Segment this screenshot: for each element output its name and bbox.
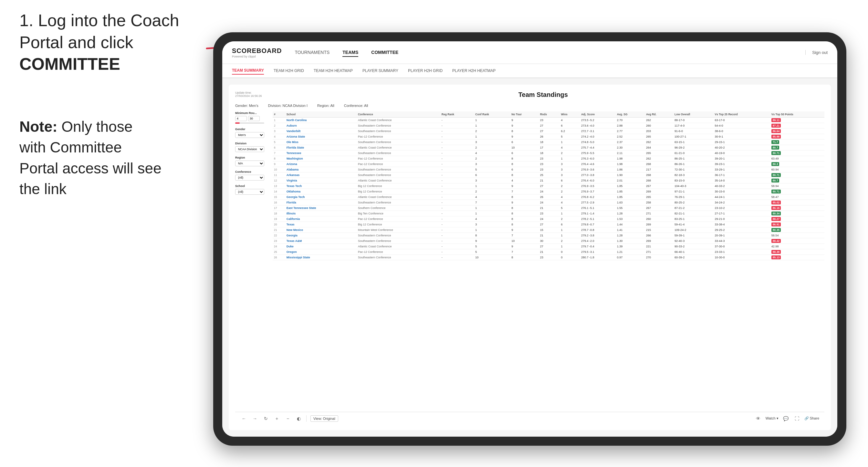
cell-no-tour: 7 [510,249,538,255]
sub-nav-team-h2h-grid[interactable]: TEAM H2H GRID [274,67,304,74]
cell-vs25: 27-17-1 [714,211,770,216]
forward-icon[interactable]: → [251,415,258,422]
cell-wins: 1 [559,156,580,161]
nav-teams[interactable]: TEAMS [342,49,358,57]
cell-school: Florida [285,200,356,206]
nav-tournaments[interactable]: TOURNAMENTS [294,49,330,57]
cell-pts: 80.7 [770,178,825,183]
update-time-label: Update time: [235,91,262,94]
sub-nav-player-h2h-grid[interactable]: PLAYER H2H GRID [408,67,442,74]
table-row: 17 East Tennessee State Southern Confere… [273,206,825,211]
cell-low: 83-25-1 [673,216,713,222]
filter-region: Region N/A [235,156,268,166]
cell-low: 72-30-1 [673,167,713,173]
watch-btn[interactable]: Watch ▾ [766,416,778,421]
cell-no-tour: 8 [510,156,538,161]
table-row: 15 Georgia Tech Atlantic Coast Conferenc… [273,194,825,200]
cell-avg-rd: 262 [645,118,673,123]
cell-low: 88-17-0 [673,118,713,123]
cell-school: Illinois [285,211,356,216]
refresh-icon[interactable]: ↻ [262,415,270,422]
cell-vs25: 23-10-2 [714,206,770,211]
cell-rnds: 23 [539,156,560,161]
cell-avg-rd: 262 [645,139,673,145]
sub-nav-team-h2h-heatmap[interactable]: TEAM H2H HEATMAP [314,67,353,74]
cell-adj-score: 279.8 -0.7 [580,222,616,227]
minus-icon[interactable]: − [284,415,291,422]
cell-no-tour: 8 [510,206,538,211]
cell-school: Auburn [285,123,356,128]
cell-school: Ole Miss [285,139,356,145]
cell-conf-rank: 7 [474,200,510,206]
fullscreen-icon[interactable]: ⛶ [794,415,801,422]
cell-low: 90-33-2 [673,244,713,249]
sub-nav-team-summary[interactable]: TEAM SUMMARY [232,67,264,74]
cell-wins: 2 [559,238,580,244]
sign-out-link[interactable]: Sign out [805,50,828,55]
cell-no-tour: 6 [510,167,538,173]
cell-reg-rank: - [440,227,474,233]
cell-vs25: 39-20-1 [714,156,770,161]
add-icon[interactable]: + [273,415,280,422]
min-rounds-input[interactable] [235,116,247,121]
cell-rnds: 23 [539,167,560,173]
school-select[interactable]: (All) [235,189,264,195]
cell-avg-sg: 2.52 [616,134,645,139]
cell-conf: Pac-12 Conference [356,161,440,167]
logo-powered: Powered by clippd [232,55,282,58]
cell-avg-rd: 271 [645,211,673,216]
cell-adj-score: 276.1 -5.1 [580,206,616,211]
cell-rnds: 18 [539,139,560,145]
cell-avg-sg: 2.88 [616,123,645,128]
conference-select[interactable]: (All) [235,175,264,181]
max-rounds-input[interactable] [248,116,260,121]
cell-pts: 80.71 [770,151,825,156]
cell-conf-rank: 2 [474,128,510,134]
cell-low: 59-41-4 [673,222,713,227]
table-row: 22 Georgia Southeastern Conference - 8 7… [273,233,825,238]
cell-rank: 2 [273,123,285,128]
cell-rnds: 21 [539,233,560,238]
division-select[interactable]: NCAA Division I [235,146,264,152]
share-btn[interactable]: 🔗 Share [804,416,819,421]
back-icon[interactable]: ← [240,415,247,422]
sub-nav-player-h2h-heatmap[interactable]: PLAYER H2H HEATMAP [452,67,496,74]
cell-pts: 88.27 [770,216,825,222]
cell-low: 87-21-2 [673,206,713,211]
comment-icon[interactable]: 💬 [782,415,789,422]
region-filter-value: All [330,104,334,107]
committee-emphasis: COMMITTEE [20,55,120,73]
cell-vs25: 40-20-2 [714,145,770,151]
col-avg-rd: Avg Rd. [645,112,673,118]
gender-select[interactable]: Men's [235,132,264,138]
cell-pts: 80.71 [770,189,825,194]
region-select[interactable]: N/A [235,160,264,166]
sub-nav-player-summary[interactable]: PLAYER SUMMARY [363,67,398,74]
cell-conf-rank: 1 [474,118,510,123]
view-original-btn[interactable]: View: Original [310,415,338,422]
cell-school: California [285,216,356,222]
cell-no-tour: 7 [510,189,538,194]
eye-icon: 👁 [754,415,762,422]
cell-rnds: 15 [539,227,560,233]
clock-icon[interactable]: ◐ [295,415,302,422]
cell-rnds: 27 [539,244,560,249]
division-filter-label: Division: NCAA Division I [268,104,308,107]
cell-school: Texas Tech [285,183,356,189]
cell-low: 83-15-0 [673,178,713,183]
cell-wins: 3 [559,167,580,173]
nav-committee[interactable]: COMMITTEE [371,49,398,57]
cell-reg-rank: - [440,216,474,222]
cell-reg-rank: - [440,161,474,167]
cell-low: 86-26-1 [673,161,713,167]
cell-rank: 5 [273,139,285,145]
table-row: 13 Texas Tech Big 12 Conference - 1 9 27… [273,183,825,189]
cell-avg-rd: 221 [645,244,673,249]
cell-avg-sg: 2.37 [616,139,645,145]
cell-rank: 18 [273,211,285,216]
slider-container[interactable] [235,122,268,124]
cell-conf-rank: 4 [474,194,510,200]
cell-school: East Tennessee State [285,206,356,211]
standings-table: # School Conference Reg Rank Conf Rank N… [273,112,825,260]
cell-conf-rank: 1 [474,206,510,211]
